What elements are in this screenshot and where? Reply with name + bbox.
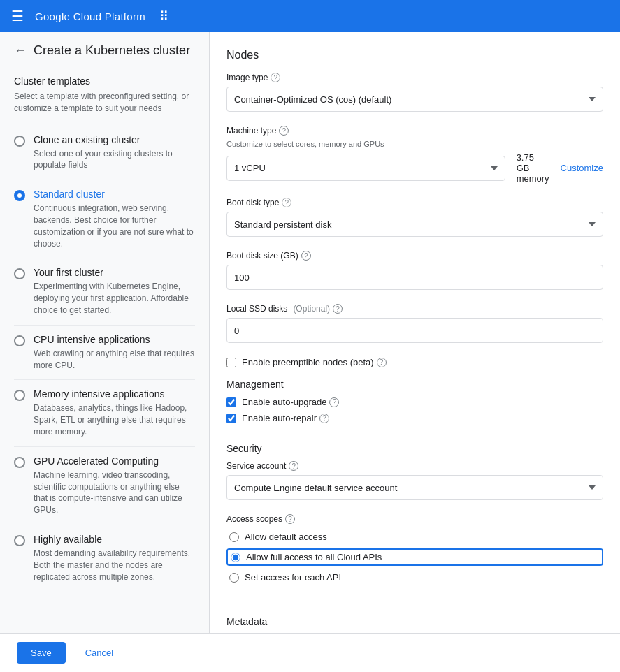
template-item[interactable]: CPU intensive applicationsWeb crawling o… bbox=[14, 326, 195, 381]
save-button[interactable]: Save bbox=[17, 642, 66, 664]
template-radio-4[interactable] bbox=[14, 390, 25, 401]
boot-disk-type-label: Boot disk type ? bbox=[226, 198, 603, 207]
scope-each-radio[interactable] bbox=[229, 573, 239, 583]
menu-icon[interactable]: ☰ bbox=[11, 8, 24, 24]
template-content-2: Your first clusterExperimenting with Kub… bbox=[34, 267, 195, 316]
topbar-dots-icon: ⠿ bbox=[159, 8, 168, 24]
metadata-title: Metadata bbox=[226, 611, 603, 627]
topbar: ☰ Google Cloud Platform ⠿ bbox=[0, 0, 620, 32]
access-scopes-help-icon[interactable]: ? bbox=[285, 514, 295, 524]
access-scope-each-row: Set access for each API bbox=[226, 570, 603, 585]
service-account-help-icon[interactable]: ? bbox=[289, 461, 298, 471]
machine-type-label: Machine type ? bbox=[226, 126, 603, 136]
template-content-0: Clone an existing clusterSelect one of y… bbox=[34, 134, 195, 172]
boot-disk-size-help-icon[interactable]: ? bbox=[301, 251, 311, 261]
service-account-select[interactable]: Compute Engine default service account bbox=[226, 475, 603, 500]
template-desc-1: Continuous integration, web serving, bac… bbox=[34, 203, 195, 249]
machine-type-field: Machine type ? Customize to select cores… bbox=[226, 126, 603, 184]
cluster-templates-section: Cluster templates Select a template with… bbox=[0, 64, 209, 602]
auto-upgrade-help-icon[interactable]: ? bbox=[329, 397, 339, 407]
access-scope-full-row: Allow full access to all Cloud APIs bbox=[226, 548, 603, 566]
template-name-4: Memory intensive applications bbox=[34, 388, 195, 400]
template-item[interactable]: Highly availableMost demanding availabil… bbox=[14, 525, 195, 591]
preemptible-help-icon[interactable]: ? bbox=[377, 358, 387, 367]
back-button[interactable]: ← bbox=[14, 43, 27, 58]
image-type-select[interactable]: Container-Optimized OS (cos) (default) bbox=[226, 87, 603, 112]
service-account-label: Service account ? bbox=[226, 461, 603, 471]
scope-full-label: Allow full access to all Cloud APIs bbox=[246, 552, 382, 562]
template-content-6: Highly availableMost demanding availabil… bbox=[34, 534, 195, 583]
access-scope-default-row: Allow default access bbox=[226, 529, 603, 544]
vcpu-select[interactable]: 1 vCPU bbox=[226, 156, 505, 181]
template-item[interactable]: Standard clusterContinuous integration, … bbox=[14, 180, 195, 258]
template-name-2: Your first cluster bbox=[34, 267, 195, 278]
scope-full-radio[interactable] bbox=[231, 553, 240, 562]
service-account-field: Service account ? Compute Engine default… bbox=[226, 461, 603, 500]
management-title: Management bbox=[226, 373, 603, 390]
boot-disk-type-help-icon[interactable]: ? bbox=[282, 198, 291, 207]
auto-upgrade-label: Enable auto-upgrade ? bbox=[242, 397, 339, 407]
preemptible-checkbox[interactable] bbox=[226, 358, 236, 367]
left-header: ← Create a Kubernetes cluster bbox=[0, 32, 209, 64]
template-desc-2: Experimenting with Kubernetes Engine, de… bbox=[34, 281, 195, 316]
template-name-0: Clone an existing cluster bbox=[34, 134, 195, 145]
boot-disk-type-field: Boot disk type ? Standard persistent dis… bbox=[226, 198, 603, 237]
template-radio-0[interactable] bbox=[14, 136, 25, 147]
metadata-section: Metadata Kubernetes labels ? (Optional) … bbox=[226, 611, 603, 633]
management-section: Management Enable auto-upgrade ? Enable … bbox=[226, 373, 603, 423]
template-content-4: Memory intensive applicationsDatabases, … bbox=[34, 388, 195, 437]
machine-type-help-icon[interactable]: ? bbox=[279, 126, 289, 136]
template-desc-4: Databases, analytics, things like Hadoop… bbox=[34, 402, 195, 437]
access-scopes-group: Allow default access Allow full access t… bbox=[226, 529, 603, 585]
local-ssd-help-icon[interactable]: ? bbox=[333, 304, 343, 314]
template-radio-6[interactable] bbox=[14, 535, 25, 546]
template-desc-3: Web crawling or anything else that requi… bbox=[34, 348, 195, 372]
template-radio-5[interactable] bbox=[14, 457, 25, 468]
auto-repair-help-icon[interactable]: ? bbox=[319, 414, 329, 423]
template-name-3: CPU intensive applications bbox=[34, 334, 195, 345]
machine-memory: 3.75 GB memory bbox=[517, 152, 549, 184]
template-radio-2[interactable] bbox=[14, 268, 25, 279]
topbar-title: Google Cloud Platform bbox=[35, 10, 145, 22]
security-section: Security Service account ? Compute Engin… bbox=[226, 437, 603, 585]
access-scopes-label: Access scopes ? bbox=[226, 514, 603, 524]
nodes-section-title: Nodes bbox=[226, 43, 603, 61]
auto-upgrade-checkbox[interactable] bbox=[226, 397, 236, 407]
template-content-3: CPU intensive applicationsWeb crawling o… bbox=[34, 334, 195, 372]
template-content-1: Standard clusterContinuous integration, … bbox=[34, 189, 195, 249]
boot-disk-size-label: Boot disk size (GB) ? bbox=[226, 251, 603, 261]
template-item[interactable]: Memory intensive applicationsDatabases, … bbox=[14, 380, 195, 446]
auto-repair-row: Enable auto-repair ? bbox=[226, 413, 603, 423]
cancel-button[interactable]: Cancel bbox=[74, 642, 124, 664]
preemptible-label: Enable preemptible nodes (beta) ? bbox=[242, 357, 387, 367]
template-item[interactable]: GPU Accelerated ComputingMachine learnin… bbox=[14, 447, 195, 525]
boot-disk-size-input[interactable] bbox=[226, 265, 603, 290]
auto-repair-checkbox[interactable] bbox=[226, 414, 236, 423]
boot-disk-size-field: Boot disk size (GB) ? bbox=[226, 251, 603, 290]
template-desc-5: Machine learning, video transcoding, sci… bbox=[34, 469, 195, 516]
cluster-templates-desc: Select a template with preconfigured set… bbox=[14, 91, 195, 115]
page-body: ← Create a Kubernetes cluster Cluster te… bbox=[0, 32, 620, 633]
preemptible-row: Enable preemptible nodes (beta) ? bbox=[226, 357, 603, 367]
image-type-field: Image type ? Container-Optimized OS (cos… bbox=[226, 73, 603, 112]
template-radio-3[interactable] bbox=[14, 335, 25, 346]
template-item[interactable]: Your first clusterExperimenting with Kub… bbox=[14, 258, 195, 325]
left-panel: ← Create a Kubernetes cluster Cluster te… bbox=[0, 32, 210, 633]
scope-default-radio[interactable] bbox=[229, 532, 239, 542]
boot-disk-type-select[interactable]: Standard persistent disk bbox=[226, 212, 603, 237]
template-desc-0: Select one of your existing clusters to … bbox=[34, 148, 195, 172]
scope-default-label: Allow default access bbox=[245, 532, 327, 542]
template-list: Clone an existing clusterSelect one of y… bbox=[14, 126, 195, 592]
cluster-templates-title: Cluster templates bbox=[14, 75, 195, 87]
template-name-6: Highly available bbox=[34, 534, 195, 545]
local-ssd-label: Local SSD disks (Optional) ? bbox=[226, 304, 603, 314]
auto-upgrade-row: Enable auto-upgrade ? bbox=[226, 397, 603, 407]
template-name-5: GPU Accelerated Computing bbox=[34, 455, 195, 467]
local-ssd-input[interactable] bbox=[226, 318, 603, 343]
image-type-help-icon[interactable]: ? bbox=[271, 73, 280, 82]
template-radio-1[interactable] bbox=[14, 190, 25, 201]
template-item[interactable]: Clone an existing clusterSelect one of y… bbox=[14, 126, 195, 181]
machine-type-row: 1 vCPU 3.75 GB memory Customize bbox=[226, 152, 603, 184]
scope-each-label: Set access for each API bbox=[245, 572, 341, 583]
customize-link[interactable]: Customize bbox=[561, 163, 603, 173]
